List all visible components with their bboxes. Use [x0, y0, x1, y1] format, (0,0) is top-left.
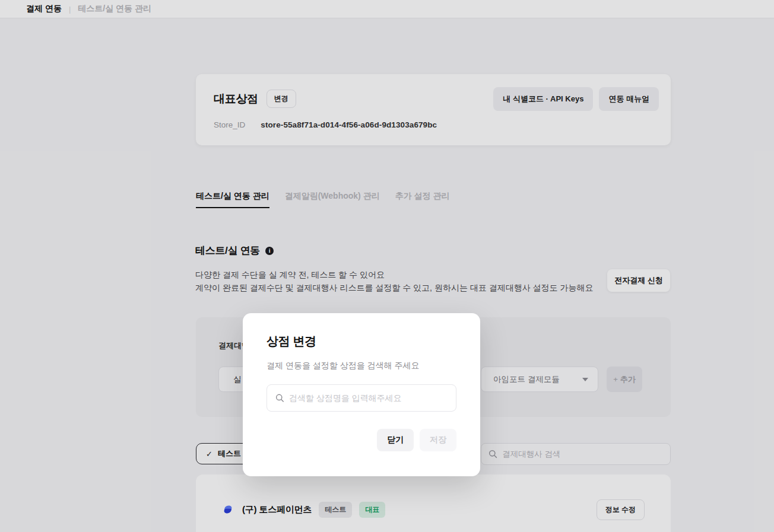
modal-title: 상점 변경 — [267, 333, 316, 349]
store-search-box — [267, 384, 456, 412]
modal-save-button[interactable]: 저장 — [420, 429, 456, 451]
store-search-input[interactable] — [289, 393, 448, 403]
store-change-modal: 상점 변경 결제 연동을 설정할 상점을 검색해 주세요 닫기 저장 — [243, 313, 480, 476]
app-screen: 결제 연동 | 테스트/실 연동 관리 대표상점 변경 Store_ID sto… — [0, 0, 774, 532]
modal-description: 결제 연동을 설정할 상점을 검색해 주세요 — [267, 361, 419, 371]
search-icon — [275, 393, 284, 403]
modal-close-button[interactable]: 닫기 — [377, 429, 414, 451]
